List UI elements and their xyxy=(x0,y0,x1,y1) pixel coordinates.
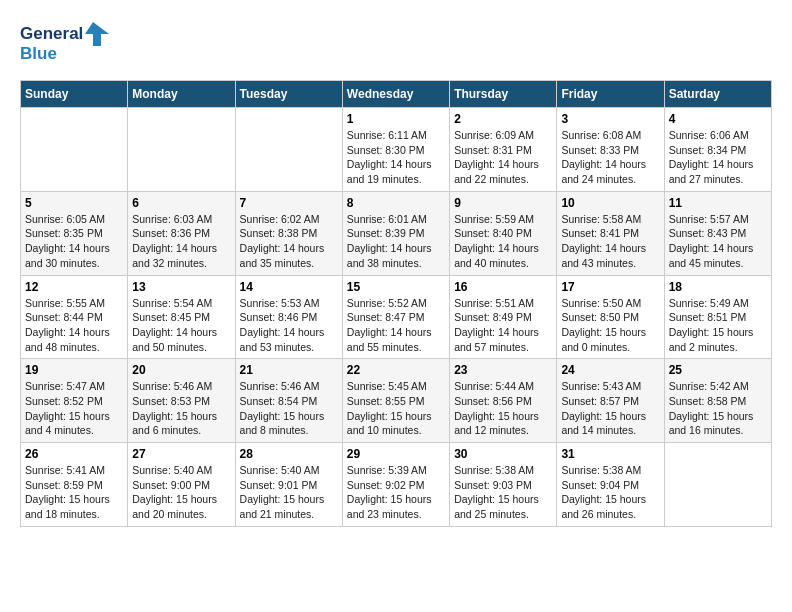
calendar-cell: 24Sunrise: 5:43 AM Sunset: 8:57 PM Dayli… xyxy=(557,359,664,443)
day-number: 5 xyxy=(25,196,123,210)
day-info: Sunrise: 5:41 AM Sunset: 8:59 PM Dayligh… xyxy=(25,463,123,522)
calendar-cell xyxy=(235,108,342,192)
calendar-header-row: SundayMondayTuesdayWednesdayThursdayFrid… xyxy=(21,81,772,108)
calendar-cell: 20Sunrise: 5:46 AM Sunset: 8:53 PM Dayli… xyxy=(128,359,235,443)
logo: General Blue xyxy=(20,20,111,64)
day-number: 29 xyxy=(347,447,445,461)
day-number: 6 xyxy=(132,196,230,210)
calendar-cell: 27Sunrise: 5:40 AM Sunset: 9:00 PM Dayli… xyxy=(128,443,235,527)
calendar-table: SundayMondayTuesdayWednesdayThursdayFrid… xyxy=(20,80,772,527)
day-number: 20 xyxy=(132,363,230,377)
calendar-cell: 26Sunrise: 5:41 AM Sunset: 8:59 PM Dayli… xyxy=(21,443,128,527)
calendar-header-thursday: Thursday xyxy=(450,81,557,108)
calendar-header-tuesday: Tuesday xyxy=(235,81,342,108)
calendar-cell: 2Sunrise: 6:09 AM Sunset: 8:31 PM Daylig… xyxy=(450,108,557,192)
day-info: Sunrise: 5:49 AM Sunset: 8:51 PM Dayligh… xyxy=(669,296,767,355)
day-number: 25 xyxy=(669,363,767,377)
day-info: Sunrise: 5:55 AM Sunset: 8:44 PM Dayligh… xyxy=(25,296,123,355)
day-info: Sunrise: 6:01 AM Sunset: 8:39 PM Dayligh… xyxy=(347,212,445,271)
day-info: Sunrise: 5:59 AM Sunset: 8:40 PM Dayligh… xyxy=(454,212,552,271)
day-number: 31 xyxy=(561,447,659,461)
day-info: Sunrise: 5:52 AM Sunset: 8:47 PM Dayligh… xyxy=(347,296,445,355)
calendar-cell: 30Sunrise: 5:38 AM Sunset: 9:03 PM Dayli… xyxy=(450,443,557,527)
calendar-cell: 16Sunrise: 5:51 AM Sunset: 8:49 PM Dayli… xyxy=(450,275,557,359)
day-number: 1 xyxy=(347,112,445,126)
day-info: Sunrise: 5:40 AM Sunset: 9:01 PM Dayligh… xyxy=(240,463,338,522)
svg-marker-0 xyxy=(85,22,109,46)
day-info: Sunrise: 5:50 AM Sunset: 8:50 PM Dayligh… xyxy=(561,296,659,355)
calendar-cell: 15Sunrise: 5:52 AM Sunset: 8:47 PM Dayli… xyxy=(342,275,449,359)
day-number: 23 xyxy=(454,363,552,377)
day-info: Sunrise: 5:45 AM Sunset: 8:55 PM Dayligh… xyxy=(347,379,445,438)
calendar-header-sunday: Sunday xyxy=(21,81,128,108)
day-info: Sunrise: 5:42 AM Sunset: 8:58 PM Dayligh… xyxy=(669,379,767,438)
day-info: Sunrise: 5:53 AM Sunset: 8:46 PM Dayligh… xyxy=(240,296,338,355)
day-number: 22 xyxy=(347,363,445,377)
day-info: Sunrise: 5:40 AM Sunset: 9:00 PM Dayligh… xyxy=(132,463,230,522)
calendar-week-row: 26Sunrise: 5:41 AM Sunset: 8:59 PM Dayli… xyxy=(21,443,772,527)
calendar-cell: 6Sunrise: 6:03 AM Sunset: 8:36 PM Daylig… xyxy=(128,191,235,275)
calendar-week-row: 19Sunrise: 5:47 AM Sunset: 8:52 PM Dayli… xyxy=(21,359,772,443)
day-info: Sunrise: 5:57 AM Sunset: 8:43 PM Dayligh… xyxy=(669,212,767,271)
day-number: 28 xyxy=(240,447,338,461)
day-number: 4 xyxy=(669,112,767,126)
calendar-cell: 14Sunrise: 5:53 AM Sunset: 8:46 PM Dayli… xyxy=(235,275,342,359)
calendar-cell: 25Sunrise: 5:42 AM Sunset: 8:58 PM Dayli… xyxy=(664,359,771,443)
day-number: 19 xyxy=(25,363,123,377)
calendar-cell: 19Sunrise: 5:47 AM Sunset: 8:52 PM Dayli… xyxy=(21,359,128,443)
day-number: 14 xyxy=(240,280,338,294)
calendar-header-saturday: Saturday xyxy=(664,81,771,108)
calendar-cell: 7Sunrise: 6:02 AM Sunset: 8:38 PM Daylig… xyxy=(235,191,342,275)
day-number: 26 xyxy=(25,447,123,461)
day-number: 21 xyxy=(240,363,338,377)
day-number: 24 xyxy=(561,363,659,377)
day-info: Sunrise: 5:58 AM Sunset: 8:41 PM Dayligh… xyxy=(561,212,659,271)
calendar-cell: 13Sunrise: 5:54 AM Sunset: 8:45 PM Dayli… xyxy=(128,275,235,359)
day-number: 2 xyxy=(454,112,552,126)
day-number: 15 xyxy=(347,280,445,294)
day-number: 9 xyxy=(454,196,552,210)
calendar-cell xyxy=(128,108,235,192)
day-number: 30 xyxy=(454,447,552,461)
day-info: Sunrise: 5:43 AM Sunset: 8:57 PM Dayligh… xyxy=(561,379,659,438)
calendar-cell: 29Sunrise: 5:39 AM Sunset: 9:02 PM Dayli… xyxy=(342,443,449,527)
day-info: Sunrise: 6:03 AM Sunset: 8:36 PM Dayligh… xyxy=(132,212,230,271)
calendar-cell: 10Sunrise: 5:58 AM Sunset: 8:41 PM Dayli… xyxy=(557,191,664,275)
day-info: Sunrise: 5:44 AM Sunset: 8:56 PM Dayligh… xyxy=(454,379,552,438)
day-info: Sunrise: 5:47 AM Sunset: 8:52 PM Dayligh… xyxy=(25,379,123,438)
day-number: 13 xyxy=(132,280,230,294)
day-number: 8 xyxy=(347,196,445,210)
calendar-cell: 21Sunrise: 5:46 AM Sunset: 8:54 PM Dayli… xyxy=(235,359,342,443)
day-info: Sunrise: 5:51 AM Sunset: 8:49 PM Dayligh… xyxy=(454,296,552,355)
calendar-cell xyxy=(21,108,128,192)
day-number: 27 xyxy=(132,447,230,461)
day-info: Sunrise: 6:06 AM Sunset: 8:34 PM Dayligh… xyxy=(669,128,767,187)
calendar-cell: 1Sunrise: 6:11 AM Sunset: 8:30 PM Daylig… xyxy=(342,108,449,192)
calendar-cell: 17Sunrise: 5:50 AM Sunset: 8:50 PM Dayli… xyxy=(557,275,664,359)
day-number: 12 xyxy=(25,280,123,294)
calendar-week-row: 5Sunrise: 6:05 AM Sunset: 8:35 PM Daylig… xyxy=(21,191,772,275)
calendar-cell: 8Sunrise: 6:01 AM Sunset: 8:39 PM Daylig… xyxy=(342,191,449,275)
day-info: Sunrise: 5:38 AM Sunset: 9:04 PM Dayligh… xyxy=(561,463,659,522)
day-info: Sunrise: 6:11 AM Sunset: 8:30 PM Dayligh… xyxy=(347,128,445,187)
calendar-week-row: 1Sunrise: 6:11 AM Sunset: 8:30 PM Daylig… xyxy=(21,108,772,192)
day-number: 16 xyxy=(454,280,552,294)
calendar-header-monday: Monday xyxy=(128,81,235,108)
calendar-header-friday: Friday xyxy=(557,81,664,108)
calendar-cell: 9Sunrise: 5:59 AM Sunset: 8:40 PM Daylig… xyxy=(450,191,557,275)
calendar-cell: 12Sunrise: 5:55 AM Sunset: 8:44 PM Dayli… xyxy=(21,275,128,359)
calendar-cell: 4Sunrise: 6:06 AM Sunset: 8:34 PM Daylig… xyxy=(664,108,771,192)
calendar-cell: 11Sunrise: 5:57 AM Sunset: 8:43 PM Dayli… xyxy=(664,191,771,275)
logo-blue: Blue xyxy=(20,44,57,64)
day-info: Sunrise: 5:46 AM Sunset: 8:53 PM Dayligh… xyxy=(132,379,230,438)
day-info: Sunrise: 6:09 AM Sunset: 8:31 PM Dayligh… xyxy=(454,128,552,187)
calendar-cell: 23Sunrise: 5:44 AM Sunset: 8:56 PM Dayli… xyxy=(450,359,557,443)
calendar-cell: 28Sunrise: 5:40 AM Sunset: 9:01 PM Dayli… xyxy=(235,443,342,527)
day-info: Sunrise: 5:54 AM Sunset: 8:45 PM Dayligh… xyxy=(132,296,230,355)
day-number: 18 xyxy=(669,280,767,294)
calendar-header-wednesday: Wednesday xyxy=(342,81,449,108)
logo-general: General xyxy=(20,24,83,44)
day-number: 3 xyxy=(561,112,659,126)
calendar-week-row: 12Sunrise: 5:55 AM Sunset: 8:44 PM Dayli… xyxy=(21,275,772,359)
day-number: 17 xyxy=(561,280,659,294)
